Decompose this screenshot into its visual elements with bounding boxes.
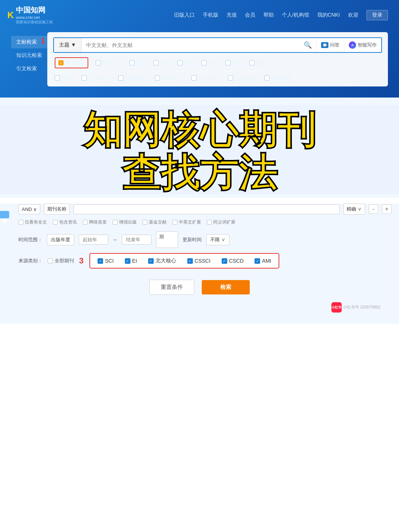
nav-old-version[interactable]: 旧版入口: [174, 12, 195, 18]
cat-standard[interactable]: 标准: [225, 59, 242, 66]
cat-checkbox-corp-std[interactable]: [191, 75, 197, 81]
cat-book[interactable]: 图书: [55, 75, 71, 81]
pub-year-label: 出版年度: [51, 237, 70, 242]
tab-knowledge-search[interactable]: 知识元检索: [11, 49, 47, 62]
src-checkbox-sci[interactable]: ✓: [98, 258, 103, 264]
opt-online-first[interactable]: 网络首发: [83, 219, 107, 225]
period-filter-select[interactable]: 期刊名称: [44, 204, 70, 215]
remove-filter-button[interactable]: -: [369, 204, 378, 214]
cat-achievement[interactable]: 成果: [249, 59, 266, 66]
opt-include-news[interactable]: 包含资讯: [53, 219, 77, 225]
opt-fund-lit[interactable]: 基金文献: [143, 219, 167, 225]
src-checkbox-cssci[interactable]: ✓: [187, 258, 193, 264]
opt-checkbox-synonym[interactable]: [207, 220, 212, 225]
nav-membership[interactable]: 会员: [245, 12, 255, 18]
cat-checkbox-standard[interactable]: [225, 60, 231, 65]
nav-welcome[interactable]: 欢迎: [348, 12, 358, 18]
cat-newspaper[interactable]: 报纸: [153, 59, 170, 66]
update-time-select[interactable]: 不限 ∨: [206, 234, 229, 245]
cat-law[interactable]: 法律法规: [118, 75, 144, 81]
nav-help[interactable]: 帮助: [263, 12, 274, 18]
start-year-input[interactable]: [79, 235, 108, 245]
cat-yearbook[interactable]: 年鉴: [177, 59, 194, 66]
filter-input[interactable]: [74, 204, 340, 214]
tab-citation-search[interactable]: 引文检索: [11, 62, 47, 75]
cat-thesis[interactable]: 学位论文: [96, 59, 122, 66]
period-input-container: 期: [156, 231, 178, 248]
src-checkbox-cscd[interactable]: ✓: [222, 258, 227, 264]
big-title-row2: 查找方法: [7, 151, 392, 194]
cat-corp-std[interactable]: 企业标准: [191, 75, 218, 81]
src-ami[interactable]: ✓ AMI: [255, 258, 271, 264]
cat-checkbox-patent[interactable]: [201, 60, 207, 65]
cat-govt-doc[interactable]: 政府文件: [155, 75, 181, 81]
add-filter-button[interactable]: +: [382, 204, 392, 214]
opt-full-text[interactable]: 仅看有全文: [18, 219, 47, 225]
big-title-row1: 知网核心期刊: [7, 109, 392, 151]
src-label-sci: SCI: [105, 258, 113, 264]
reset-button[interactable]: 重置条件: [149, 280, 194, 295]
cat-checkbox-govt-doc[interactable]: [155, 75, 160, 81]
login-button[interactable]: 登录: [366, 10, 388, 20]
opt-checkbox-news[interactable]: [53, 220, 58, 225]
search-submit-button[interactable]: 🔍: [299, 38, 316, 52]
nav-my-cnki[interactable]: 我的CNKI: [317, 12, 340, 18]
cat-checkbox-achievement[interactable]: [249, 60, 255, 65]
src-sci[interactable]: ✓ SCI: [98, 258, 113, 264]
cat-checkbox-sci-report[interactable]: [228, 75, 233, 81]
cat-checkbox-conference[interactable]: [129, 60, 134, 65]
opt-checkbox-bilingual[interactable]: [173, 220, 177, 225]
cat-label-acad-series: 学术辑刊: [89, 75, 108, 81]
opt-checkbox-fund-lit[interactable]: [143, 220, 147, 225]
cat-checkbox-newspaper[interactable]: [153, 60, 158, 65]
src-checkbox-beida[interactable]: ✓: [148, 258, 154, 264]
source-highlighted-box: ✓ SCI ✓ EI ✓ 北大核心 ✓ CSSCI ✓ CSCD ✓ AMI: [89, 253, 279, 269]
pub-year-select[interactable]: 出版年度: [47, 234, 74, 245]
cat-checkbox-law[interactable]: [118, 75, 123, 81]
cat-checkbox-yearbook[interactable]: [177, 60, 183, 65]
opt-bilingual-expand[interactable]: 中英文扩展: [173, 219, 201, 225]
cat-label-journal: 学术期刊: [65, 59, 85, 66]
cat-label-yearbook: 年鉴: [184, 59, 194, 66]
src-checkbox-ei[interactable]: ✓: [125, 258, 130, 264]
precision-select[interactable]: 精确 ∨: [343, 204, 365, 215]
cat-academic-journal[interactable]: 学术期刊: [55, 57, 88, 68]
cat-govt-purchase[interactable]: 政府采购: [265, 75, 291, 81]
opt-synonym-expand[interactable]: 同义词扩展: [207, 219, 235, 225]
cat-checkbox-acad-series[interactable]: [82, 75, 87, 81]
src-checkbox-ami[interactable]: ✓: [255, 258, 260, 264]
src-cssci[interactable]: ✓ CSSCI: [187, 258, 211, 264]
src-ei[interactable]: ✓ EI: [125, 258, 137, 264]
period-input[interactable]: [159, 240, 174, 246]
cat-checkbox-govt-purchase[interactable]: [265, 75, 270, 81]
source-row: 来源类别： 全部期刊 3 ✓ SCI ✓ EI ✓ 北大核心 ✓ CSSCI: [7, 253, 392, 269]
opt-checkbox-enhanced-pub[interactable]: [113, 220, 117, 225]
opt-enhanced-pub[interactable]: 增强出版: [113, 219, 137, 225]
src-cscd[interactable]: ✓ CSCD: [222, 258, 244, 264]
cat-label-newspaper: 报纸: [160, 59, 170, 66]
cat-label-achievement: 成果: [256, 59, 266, 66]
search-input[interactable]: [82, 38, 299, 52]
nav-institution[interactable]: 个人/机构馆: [282, 12, 309, 18]
nav-recharge[interactable]: 充值: [226, 12, 237, 18]
cat-conference[interactable]: 会议: [129, 59, 146, 66]
ai-writing-button[interactable]: A 智能写作: [344, 38, 381, 52]
topic-select-button[interactable]: 主题 ▼: [54, 38, 82, 52]
cat-acad-series[interactable]: 学术辑刊: [82, 75, 108, 81]
cat-patent[interactable]: 专利: [201, 59, 218, 66]
src-checkbox-all[interactable]: [48, 258, 53, 263]
cat-checkbox-thesis[interactable]: [96, 60, 101, 65]
opt-checkbox-full-text[interactable]: [18, 220, 23, 225]
qa-button[interactable]: 💬 问答: [316, 39, 344, 51]
end-year-input[interactable]: [122, 235, 151, 245]
search-button[interactable]: 检索: [202, 280, 250, 294]
src-beida-core[interactable]: ✓ 北大核心: [148, 258, 176, 264]
cat-checkbox-book[interactable]: [55, 75, 60, 81]
source-all-journals[interactable]: 全部期刊: [48, 258, 74, 264]
nav-mobile[interactable]: 手机版: [203, 12, 218, 18]
search-magnifier-icon: 🔍: [304, 41, 312, 49]
cat-sci-report[interactable]: 科技报告: [228, 75, 254, 81]
opt-checkbox-online-first[interactable]: [83, 220, 88, 225]
and-select[interactable]: AND ∨: [18, 204, 40, 214]
cat-checkbox-journal[interactable]: [58, 60, 64, 65]
